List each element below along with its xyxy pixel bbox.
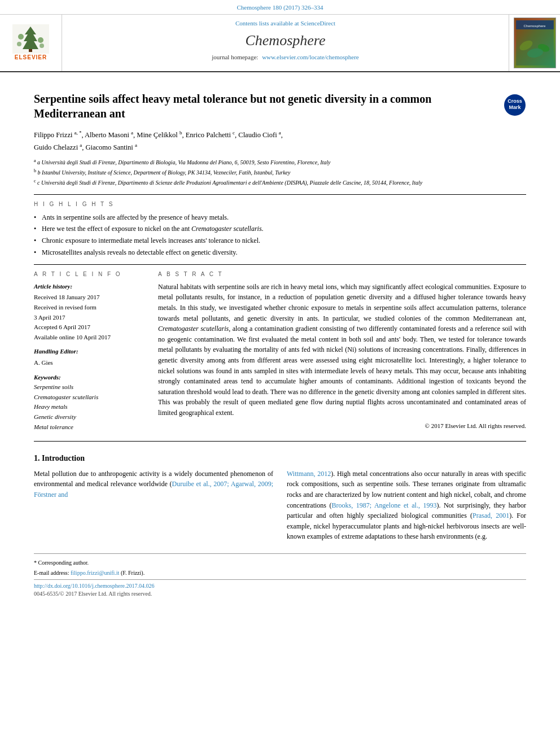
corresponding-author-note: * Corresponding author. (34, 558, 526, 567)
handling-editor: Handling Editor: A. Gies (34, 347, 147, 368)
accepted-date: Accepted 6 April 2017 (34, 322, 147, 333)
journal-cover-image: Chemosphere (514, 18, 556, 68)
introduction-section: 1. Introduction Metal pollution due to a… (34, 453, 526, 542)
svg-rect-2 (29, 49, 32, 52)
keyword-2: Crematogaster scutellaris (34, 392, 147, 403)
abstract-col: A B S T R A C T Natural habitats with se… (158, 270, 526, 432)
svg-text:Chemosphere: Chemosphere (523, 24, 546, 28)
email-label: E-mail address: (34, 570, 69, 576)
keywords-section: Keywords: Serpentine soils Crematogaster… (34, 373, 147, 433)
keyword-4: Genetic diversity (34, 412, 147, 422)
intro-body: Metal pollution due to anthropogenic act… (34, 469, 526, 542)
keyword-3: Heavy metals (34, 402, 147, 412)
highlight-item-2: Here we test the effect of exposure to n… (34, 223, 526, 235)
affiliation-c: c c Università degli Studi di Firenze, D… (34, 178, 526, 187)
highlight-item-1: Ants in serpentine soils are affected by… (34, 212, 526, 224)
article-info-col: A R T I C L E I N F O Article history: R… (34, 270, 147, 432)
article-info-content: Article history: Received 18 January 201… (34, 282, 147, 432)
page: Chemosphere 180 (2017) 326–334 ELSEVIER (0, 0, 560, 609)
divider-article-info (34, 264, 526, 265)
authors-line: Filippo Frizzi a, *, Alberto Masoni a, M… (34, 129, 526, 152)
doi-line: http://dx.doi.org/10.1016/j.chemosphere.… (34, 582, 526, 590)
highlights-list: Ants in serpentine soils are affected by… (34, 212, 526, 259)
science-direct-link[interactable]: ScienceDirect (300, 20, 335, 27)
received-date: Received 18 January 2017 (34, 292, 147, 303)
article-title: Serpentine soils affect heavy metal tole… (34, 91, 526, 121)
ref-brooks[interactable]: Brooks, 1987; Angelone et al., 1993 (332, 501, 437, 509)
email-footnote: E-mail address: filippo.frizzi@unifi.it … (34, 569, 526, 577)
divider-highlights (34, 194, 526, 195)
journal-name: Chemosphere (73, 30, 497, 51)
ref-wittmann[interactable]: Wittmann, 2012 (287, 470, 331, 478)
abstract-label: A B S T R A C T (158, 270, 526, 278)
journal-title-area: Contents lists available at ScienceDirec… (62, 15, 509, 71)
copyright-line: © 2017 Elsevier Ltd. All rights reserved… (158, 422, 526, 430)
elsevier-tree-icon (12, 24, 49, 54)
footer: * Corresponding author. E-mail address: … (34, 553, 526, 598)
affiliations: a a Università degli Studi di Firenze, D… (34, 158, 526, 187)
revised-date: Received in revised form3 April 2017 (34, 303, 147, 322)
handling-editor-label: Handling Editor: (34, 347, 147, 357)
affiliation-b: b b Istanbul University, Institute of Sc… (34, 168, 526, 177)
corresponding-label: * Corresponding author. (34, 560, 89, 566)
issn-line: 0045-6535/© 2017 Elsevier Ltd. All right… (34, 590, 526, 598)
intro-col-right: Wittmann, 2012). High metal concentratio… (287, 469, 526, 542)
top-citation-bar: Chemosphere 180 (2017) 326–334 (0, 0, 560, 15)
section-title: 1. Introduction (34, 453, 526, 464)
intro-col-left: Metal pollution due to anthropogenic act… (34, 469, 273, 542)
ref-duruibe[interactable]: Duruibe et al., 2007; Agarwal, 2009; För… (34, 480, 273, 499)
cover-illustration: Chemosphere (514, 20, 556, 65)
citation-text: Chemosphere 180 (2017) 326–334 (237, 4, 323, 11)
svg-text:Cross: Cross (508, 98, 522, 104)
divider-intro (34, 441, 526, 442)
svg-point-5 (17, 42, 21, 46)
homepage-prefix: journal homepage: (212, 54, 258, 60)
journal-header: ELSEVIER Contents lists available at Sci… (0, 15, 560, 72)
journal-homepage-line: journal homepage: www.elsevier.com/locat… (73, 53, 497, 62)
intro-text-left: Metal pollution due to anthropogenic act… (34, 469, 273, 500)
svg-text:Mark: Mark (509, 104, 521, 110)
science-direct-line: Contents lists available at ScienceDirec… (73, 19, 497, 28)
email-link[interactable]: filippo.frizzi@unifi.it (71, 570, 119, 576)
elsevier-logo-area: ELSEVIER (0, 15, 62, 71)
elsevier-logo: ELSEVIER (12, 24, 49, 62)
keywords-list: Serpentine soils Crematogaster scutellar… (34, 382, 147, 432)
intro-text-right: Wittmann, 2012). High metal concentratio… (287, 469, 526, 542)
science-direct-prefix: Contents lists available at (235, 20, 299, 27)
email-suffix: (F. Frizzi). (121, 570, 145, 576)
ref-prasad[interactable]: Prasad, 2001 (473, 512, 509, 519)
homepage-link[interactable]: www.elsevier.com/locate/chemosphere (262, 54, 359, 60)
article-info-label: A R T I C L E I N F O (34, 270, 147, 278)
main-content: Cross Mark Serpentine soils affect heavy… (0, 72, 560, 609)
crossmark-icon: Cross Mark (504, 94, 526, 116)
journal-cover-area: Chemosphere (509, 15, 560, 71)
handling-editor-name: A. Gies (34, 358, 147, 368)
keyword-1: Serpentine soils (34, 382, 147, 392)
article-history-label: Article history: (34, 282, 147, 292)
abstract-text: Natural habitats with serpentine soils a… (158, 282, 526, 418)
elsevier-wordmark: ELSEVIER (15, 54, 47, 62)
keyword-5: Metal tolerance (34, 422, 147, 433)
highlight-item-3: Chronic exposure to intermediate metal l… (34, 235, 526, 247)
highlights-section: H I G H L I G H T S Ants in serpentine s… (34, 200, 526, 259)
svg-point-6 (40, 43, 44, 48)
keywords-label: Keywords: (34, 373, 147, 383)
affiliation-a: a a Università degli Studi di Firenze, D… (34, 158, 526, 167)
highlights-label: H I G H L I G H T S (34, 200, 526, 208)
article-info-abstract: A R T I C L E I N F O Article history: R… (34, 270, 526, 432)
highlight-item-4: Microsatellites analysis reveals no dete… (34, 247, 526, 259)
svg-point-4 (38, 37, 43, 43)
svg-point-3 (18, 34, 24, 40)
crossmark-badge: Cross Mark (504, 94, 526, 119)
available-date: Available online 10 April 2017 (34, 333, 147, 343)
